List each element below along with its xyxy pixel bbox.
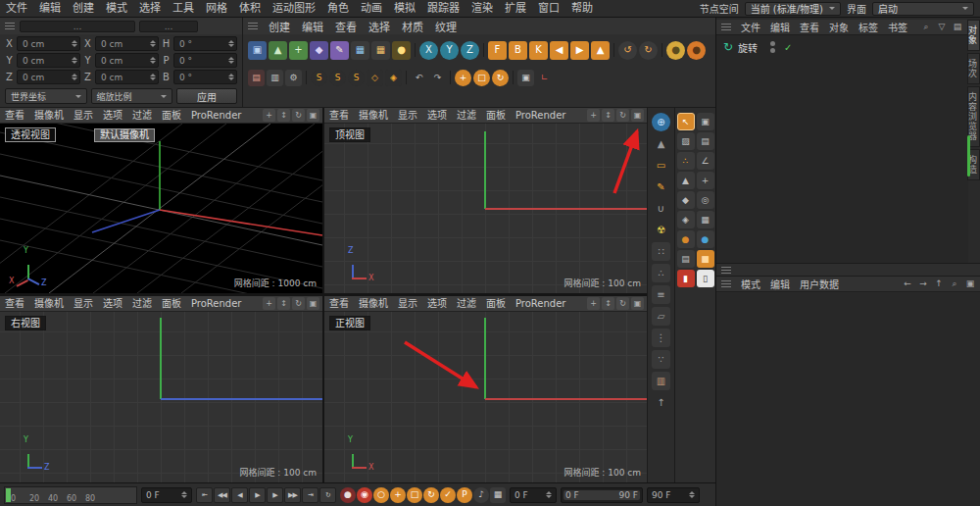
rot-p-field[interactable]: 0 °	[173, 53, 237, 68]
edit-menu-item-1[interactable]: 编辑	[296, 19, 329, 34]
world-axis-icon[interactable]: ∟	[536, 70, 553, 86]
range-start-field[interactable]: 0 F	[510, 487, 557, 503]
edit-menu-item-0[interactable]: 创建	[263, 19, 296, 34]
snap-2-icon[interactable]: S	[329, 70, 346, 86]
workplane-icon[interactable]: ◈	[385, 70, 402, 86]
viewport-menu-item-4[interactable]: 过滤	[452, 296, 481, 312]
viewport-title[interactable]: 正视图	[329, 316, 370, 330]
viewport-menu-item-1[interactable]: 摄像机	[29, 296, 69, 312]
attribute-panel-grip[interactable]	[716, 263, 980, 277]
panel-grip-icon[interactable]	[5, 23, 15, 29]
scroll-indicator[interactable]	[967, 135, 970, 177]
filter-icon[interactable]: ▽	[935, 21, 949, 34]
menubar-item-4[interactable]: 选择	[133, 0, 167, 18]
edit-menu-item-5[interactable]: 纹理	[429, 19, 463, 34]
viewport-menu-item-5[interactable]: 面板	[481, 108, 511, 124]
am-menu-item-1[interactable]: 编辑	[765, 277, 795, 291]
autokey-icon[interactable]: ◉	[357, 487, 372, 503]
volume-icon[interactable]: ◆	[310, 41, 328, 60]
menubar-item-13[interactable]: 渲染	[466, 0, 499, 18]
zoom-view-icon[interactable]: ↕	[277, 109, 290, 122]
size-y-field[interactable]: 0 cm	[95, 53, 159, 68]
viewport-menu-item-6[interactable]: ProRender	[511, 296, 570, 312]
keyframe-grid-icon[interactable]: ▦	[490, 487, 506, 503]
goto-start-button[interactable]: ⇤	[196, 487, 213, 503]
snap-1-icon[interactable]: S	[311, 70, 327, 86]
next-frame-button[interactable]: ▶	[267, 487, 283, 503]
record-scale-icon[interactable]: □	[407, 487, 422, 503]
toggle-view-icon[interactable]: ▣	[307, 109, 319, 122]
viewport-right[interactable]: 查看摄像机显示选项过滤面板ProRender +↕↻▣ 右视图 网格间距 : 1…	[0, 296, 322, 482]
object-list[interactable]: ↻ 旋转 ✓	[716, 35, 968, 263]
next-key-button[interactable]: ▶▶	[284, 487, 301, 503]
timeline-ruler[interactable]: 020406080	[4, 486, 137, 504]
rotate-view-icon[interactable]: ↻	[292, 109, 305, 122]
viewport-menu-item-0[interactable]: 查看	[0, 108, 29, 124]
viewport-menu-item-5[interactable]: 面板	[157, 108, 186, 124]
size-x-field[interactable]: 0 cm	[95, 36, 159, 51]
sound-icon[interactable]: ♪	[473, 487, 489, 503]
menubar-item-12[interactable]: 跟踪器	[421, 0, 466, 18]
viewport-menu-item-4[interactable]: 过滤	[127, 108, 157, 124]
panel-grip-icon[interactable]	[248, 23, 258, 29]
preview-range-slider[interactable]: 0 F 90 F	[561, 487, 643, 503]
viewport-menu-item-0[interactable]: 查看	[0, 296, 29, 312]
om-menu-item-2[interactable]: 查看	[795, 20, 824, 34]
render-engine-dropdown[interactable]: 当前 (标准/物理)	[745, 2, 841, 16]
menubar-item-16[interactable]: 帮助	[565, 0, 599, 18]
om-menu-item-1[interactable]: 编辑	[765, 20, 795, 34]
render-settings-icon[interactable]: ▦	[371, 41, 390, 60]
goto-end-button[interactable]: ⇥	[302, 487, 318, 503]
polygons-mode-icon[interactable]: ▲	[677, 172, 695, 189]
menubar-item-7[interactable]: 体积	[233, 0, 267, 18]
coord-tab-2[interactable]: ...	[139, 21, 198, 32]
viewport-menu-item-6[interactable]: ProRender	[511, 108, 570, 124]
viewport-menu-item-0[interactable]: 查看	[324, 296, 354, 312]
paint-icon[interactable]: ▤	[248, 70, 265, 86]
om-menu-item-3[interactable]: 对象	[824, 20, 854, 34]
tab-takes[interactable]: 场次	[967, 53, 980, 84]
snap-3-icon[interactable]: S	[348, 70, 365, 86]
panel-grip-icon[interactable]	[721, 280, 731, 287]
nav-left-button[interactable]: ◀	[550, 41, 568, 60]
lock-icon[interactable]: ▣	[963, 278, 977, 291]
light-icon[interactable]: ●	[392, 41, 411, 60]
lock-x-button[interactable]: X	[419, 41, 438, 60]
lock-z-button[interactable]: Z	[461, 41, 479, 60]
rot-h-field[interactable]: 0 °	[173, 36, 237, 51]
lock-y-button[interactable]: Y	[440, 41, 459, 60]
list-view-icon[interactable]: ▤	[951, 21, 964, 34]
snap-edge-icon[interactable]: ≡	[652, 285, 670, 304]
layers-icon[interactable]: ▤	[677, 250, 695, 268]
viewport-menu-item-3[interactable]: 选项	[422, 108, 452, 124]
search-icon[interactable]: ⌕	[948, 278, 961, 291]
primitive-cube-icon[interactable]: ▣	[248, 41, 267, 60]
viewport-menu-item-3[interactable]: 选项	[422, 296, 452, 312]
camera-icon[interactable]: ▦	[351, 41, 369, 60]
viewport-menu-item-3[interactable]: 选项	[98, 108, 127, 124]
menubar-item-0[interactable]: 文件	[0, 0, 33, 18]
panel-grip-icon[interactable]	[721, 24, 731, 30]
viewport-title[interactable]: 右视图	[5, 316, 46, 330]
magnet-icon[interactable]: ∪	[652, 199, 670, 218]
viewport-menu-item-1[interactable]: 摄像机	[29, 108, 69, 124]
up-arrow-icon[interactable]: ↑	[932, 278, 946, 291]
material-ball-blue-icon[interactable]: ●	[697, 230, 714, 248]
toggle-view-icon[interactable]: ▣	[631, 109, 644, 122]
tweak-icon[interactable]: ◈	[677, 211, 695, 228]
palette-icon[interactable]: ▥	[652, 372, 670, 390]
zoom-view-icon[interactable]: ↕	[602, 297, 614, 310]
pos-y-field[interactable]: 0 cm	[17, 53, 80, 68]
menubar-item-5[interactable]: 工具	[167, 0, 200, 18]
viewport-menu-item-3[interactable]: 选项	[98, 296, 127, 312]
pan-view-icon[interactable]: +	[263, 109, 275, 122]
viewport-menu-item-5[interactable]: 面板	[481, 296, 511, 312]
globe-icon[interactable]: ⊕	[652, 113, 670, 131]
end-frame-field[interactable]: 90 F	[647, 487, 700, 503]
menubar-item-14[interactable]: 扩展	[499, 0, 532, 18]
white-channel-icon[interactable]: ▯	[697, 270, 714, 287]
om-menu-item-4[interactable]: 标签	[854, 20, 883, 34]
viewport-menu-item-5[interactable]: 面板	[157, 296, 186, 312]
dynamics-circle-icon[interactable]: ↻	[639, 41, 658, 60]
viewport-menu-item-2[interactable]: 显示	[393, 108, 422, 124]
